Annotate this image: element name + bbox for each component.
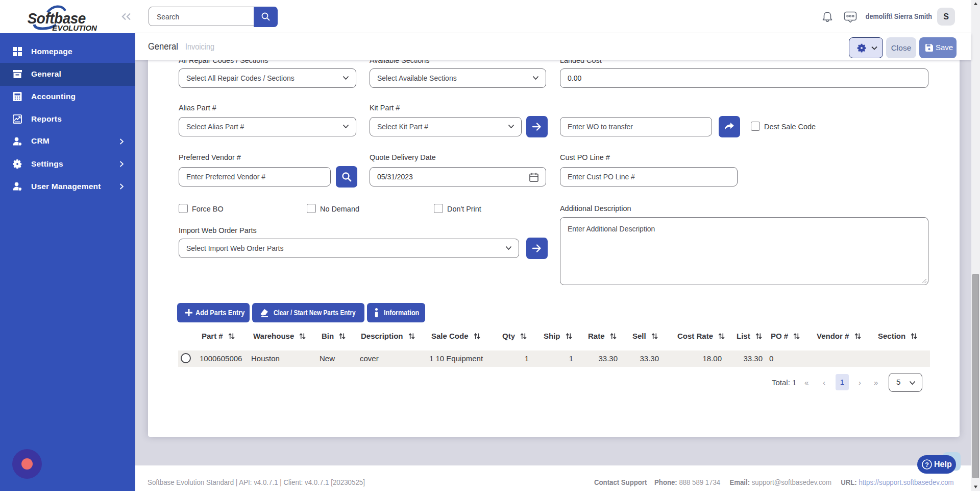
- svg-text:?: ?: [925, 461, 929, 469]
- svg-text:EVOLUTION: EVOLUTION: [52, 24, 97, 32]
